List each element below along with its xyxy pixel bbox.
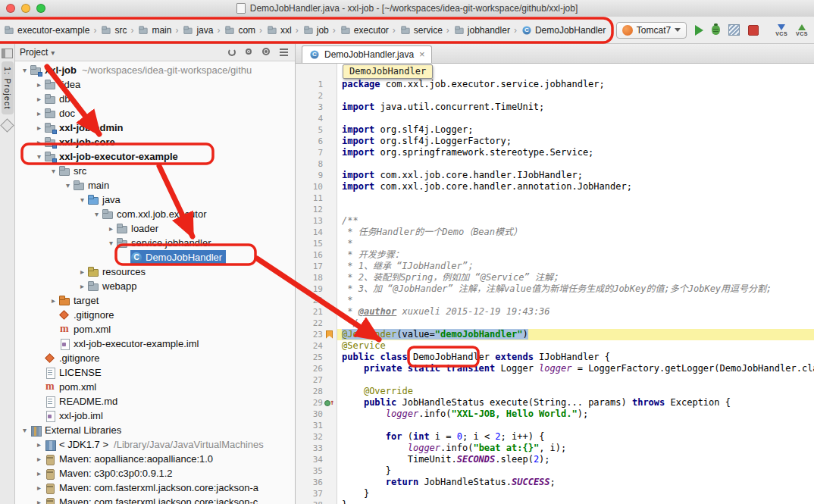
code-line-22[interactable]: 22 */ <box>296 318 814 329</box>
code-line-17[interactable]: 17 * 1、继承 “IJobHandler”； <box>296 261 814 272</box>
gutter[interactable]: 27 <box>296 374 337 386</box>
code-line-11[interactable]: 11 <box>296 193 814 204</box>
tree-item-webapp[interactable]: ▸webapp <box>15 279 295 293</box>
collapse-all-icon[interactable] <box>278 46 290 58</box>
chevron-right-icon[interactable]: ▸ <box>34 124 44 132</box>
code-line-27[interactable]: 27 <box>296 374 814 386</box>
code-line-9[interactable]: 9import com.xxl.job.core.handler.IJobHan… <box>296 170 814 181</box>
tree-item-xxl-job-executor-example-iml[interactable]: xxl-job-executor-example.iml <box>15 337 295 351</box>
tree-item-db[interactable]: ▸db <box>15 92 295 106</box>
code-line-21[interactable]: 21 * @author xuxueli 2015-12-19 19:43:36 <box>296 306 814 318</box>
code-line-10[interactable]: 10import com.xxl.job.core.handler.annota… <box>296 181 814 193</box>
code-line-31[interactable]: 31 <box>296 420 814 431</box>
chevron-right-icon[interactable]: ▸ <box>106 224 116 233</box>
gutter[interactable]: 3 <box>296 102 337 113</box>
code-line-6[interactable]: 6import org.slf4j.LoggerFactory; <box>296 136 814 147</box>
tree-item-gitignore[interactable]: .gitignore <box>15 308 295 322</box>
gutter[interactable]: 37 <box>296 488 337 499</box>
gutter[interactable]: 36 <box>296 477 337 488</box>
chevron-right-icon[interactable]: ▸ <box>34 498 44 504</box>
chevron-right-icon[interactable]: ▸ <box>34 469 44 477</box>
vcs-commit-button[interactable]: VCS <box>796 24 808 36</box>
chevron-down-icon[interactable]: ▾ <box>92 210 102 218</box>
project-view-selector[interactable]: Project <box>20 47 55 58</box>
tree-item-src[interactable]: ▾src <box>15 164 295 178</box>
chevron-right-icon[interactable]: ▸ <box>77 268 87 276</box>
gutter[interactable]: 23 <box>296 329 337 340</box>
tree-item-jdk1-7[interactable]: ▸< JDK1.7 >/Library/Java/JavaVirtualMach… <box>15 437 295 452</box>
gutter[interactable]: 32 <box>296 431 337 443</box>
chevron-right-icon[interactable]: ▸ <box>34 95 44 103</box>
gutter[interactable]: 29 <box>296 397 337 409</box>
gutter[interactable]: 26 <box>296 363 337 374</box>
tree-item-xxl-job[interactable]: ▾xxl-job~/workspaces/idea-git-workspace/… <box>15 63 295 77</box>
tree-item-main[interactable]: ▾main <box>15 178 295 193</box>
breadcrumb-item-executor[interactable]: executor <box>338 23 390 38</box>
gutter[interactable]: 15 <box>296 238 337 249</box>
code-line-35[interactable]: 35 } <box>296 465 814 477</box>
sync-icon[interactable] <box>226 46 238 58</box>
breadcrumb-item-job[interactable]: job <box>301 23 330 38</box>
tab-close-icon[interactable] <box>419 51 425 58</box>
code-line-33[interactable]: 33 logger.info("beat at:{}", i); <box>296 443 814 454</box>
code-line-36[interactable]: 36 return JobHandleStatus.SUCCESS; <box>296 477 814 488</box>
chevron-down-icon[interactable]: ▾ <box>20 66 30 74</box>
tree-item-readme-md[interactable]: README.md <box>15 394 295 409</box>
code-line-19[interactable]: 19 * 3、加 “@JobHander” 注解，注解value值为新增任务生成… <box>296 283 814 295</box>
gutter[interactable]: 25 <box>296 352 337 363</box>
gutter[interactable]: 5 <box>296 124 337 136</box>
gutter[interactable]: 21 <box>296 306 337 318</box>
locate-icon[interactable] <box>243 46 255 58</box>
tree-item-pom-xml[interactable]: pom.xml <box>15 380 295 394</box>
code-line-18[interactable]: 18 * 2、装配到Spring，例如加 “@Service” 注解； <box>296 272 814 283</box>
tree-item-external-libraries[interactable]: ▾External Libraries <box>15 423 295 437</box>
gutter[interactable]: 9 <box>296 170 337 181</box>
code-line-24[interactable]: 24@Service <box>296 340 814 352</box>
breadcrumb-item-demojobhandler[interactable]: DemoJobHandler <box>519 23 607 38</box>
tree-item-target[interactable]: ▸target <box>15 293 295 308</box>
editor-tab[interactable]: DemoJobHandler.java <box>302 45 432 63</box>
code-line-25[interactable]: 25public class DemoJobHandler extends IJ… <box>296 352 814 363</box>
breadcrumb-item-com[interactable]: com <box>222 23 257 38</box>
tree-item-xxl-job-core[interactable]: ▸xxl-job-core <box>15 135 295 149</box>
tree-item-loader[interactable]: ▸loader <box>15 221 295 236</box>
code-line-26[interactable]: 26 private static transient Logger logge… <box>296 363 814 374</box>
chevron-right-icon[interactable]: ▸ <box>34 138 44 146</box>
gutter[interactable]: 10 <box>296 181 337 193</box>
run-button[interactable] <box>695 25 703 36</box>
code-line-3[interactable]: 3import java.util.concurrent.TimeUnit; <box>296 102 814 113</box>
tree-item-maven-c3p0-c3p0-0-9-1-2[interactable]: ▸Maven: c3p0:c3p0:0.9.1.2 <box>15 466 295 481</box>
code-line-28[interactable]: 28 @Override <box>296 386 814 397</box>
tree-item-demojobhandler[interactable]: DemoJobHandler <box>15 250 295 265</box>
code-line-29[interactable]: 29 public JobHandleStatus execute(String… <box>296 397 814 409</box>
gear-icon[interactable] <box>261 46 273 58</box>
gutter[interactable]: 12 <box>296 204 337 215</box>
code-line-8[interactable]: 8 <box>296 158 814 170</box>
gutter[interactable]: 17 <box>296 261 337 272</box>
zoom-button[interactable] <box>36 4 45 13</box>
stop-button[interactable] <box>748 25 759 36</box>
code-line-16[interactable]: 16 * 开发步骤： <box>296 249 814 261</box>
gutter[interactable]: 35 <box>296 465 337 477</box>
chevron-down-icon[interactable]: ▾ <box>77 196 87 204</box>
tree-item-gitignore[interactable]: .gitignore <box>15 351 295 365</box>
gutter[interactable]: 31 <box>296 420 337 431</box>
code-line-30[interactable]: 30 logger.info("XXL-JOB, Hello World."); <box>296 409 814 420</box>
tree-item-pom-xml[interactable]: pom.xml <box>15 322 295 337</box>
chevron-down-icon[interactable]: ▾ <box>106 239 116 247</box>
gutter[interactable]: 8 <box>296 158 337 170</box>
vcs-update-button[interactable]: VCS <box>775 24 787 36</box>
tree-item-java[interactable]: ▾java <box>15 193 295 207</box>
code-line-38[interactable]: 38} <box>296 499 814 504</box>
chevron-down-icon[interactable]: ▾ <box>20 426 30 434</box>
code-line-32[interactable]: 32 for (int i = 0; i < 2; i++) { <box>296 431 814 443</box>
minimize-button[interactable] <box>21 4 30 13</box>
breadcrumb-item-main[interactable]: main <box>136 23 173 38</box>
code-line-14[interactable]: 14 * 任务Handler的一个Demo（Bean模式） <box>296 227 814 238</box>
gutter[interactable]: 33 <box>296 443 337 454</box>
code-line-5[interactable]: 5import org.slf4j.Logger; <box>296 124 814 136</box>
chevron-right-icon[interactable]: ▸ <box>34 484 44 492</box>
code-line-13[interactable]: 13/** <box>296 215 814 227</box>
tree-item-resources[interactable]: ▸resources <box>15 265 295 279</box>
gutter[interactable]: 38 <box>296 499 337 504</box>
